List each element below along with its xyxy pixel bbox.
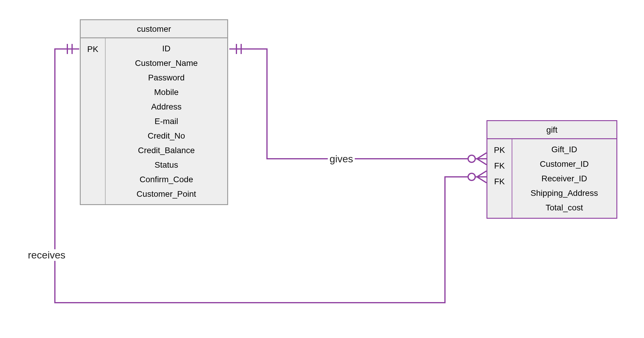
customer-key-4 [84, 76, 101, 82]
gift-attr-receiverid: Receiver_ID [516, 171, 613, 186]
gift-attr-list: Gift_ID Customer_ID Receiver_ID Shipping… [516, 142, 613, 215]
crowfoot-gives-1 [477, 153, 486, 159]
gift-key-1: FK [491, 158, 508, 174]
crowfoot-gives-3 [477, 159, 486, 165]
customer-attr-status: Status [109, 158, 224, 172]
customer-attr-list: ID Customer_Name Password Mobile Address… [109, 41, 224, 201]
customer-key-10 [84, 113, 101, 119]
gift-attr-customerid: Customer_ID [516, 157, 613, 171]
cardinality-zero-circle-gives [468, 155, 475, 162]
customer-attr-creditno: Credit_No [109, 128, 224, 143]
customer-attr-address: Address [109, 99, 224, 114]
relation-gives-path [229, 49, 486, 159]
customer-key-5 [84, 82, 101, 88]
entity-gift-title: gift [487, 121, 617, 139]
crowfoot-receives-1 [477, 171, 486, 177]
relation-label-gives: gives [328, 153, 355, 165]
customer-attr-email: E-mail [109, 114, 224, 128]
customer-attr-password: Password [109, 70, 224, 85]
entity-gift: gift PK FK FK Gift_ID Customer_ID Receiv… [486, 120, 617, 219]
customer-key-6 [84, 88, 101, 94]
customer-key-9 [84, 107, 101, 113]
gift-key-2: FK [491, 174, 508, 189]
gift-attr-totalcost: Total_cost [516, 200, 613, 215]
customer-key-3 [84, 69, 101, 76]
gift-attr-giftid: Gift_ID [516, 142, 613, 157]
customer-key-0: PK [84, 41, 101, 57]
gift-key-3 [491, 189, 508, 196]
customer-attr-customerpoint: Customer_Point [109, 187, 224, 201]
customer-key-2 [84, 63, 101, 69]
crowfoot-receives-3 [477, 177, 486, 183]
gift-key-0: PK [491, 142, 508, 158]
customer-attr-confirmcode: Confirm_Code [109, 172, 224, 187]
gift-key-4 [491, 196, 508, 202]
relation-label-receives: receives [26, 249, 67, 261]
customer-key-1 [84, 57, 101, 63]
gift-attr-shipping: Shipping_Address [516, 186, 613, 200]
customer-attr-mobile: Mobile [109, 85, 224, 99]
cardinality-zero-circle-receives [468, 173, 475, 180]
customer-attr-creditbalance: Credit_Balance [109, 143, 224, 158]
customer-attr-id: ID [109, 41, 224, 56]
customer-key-8 [84, 101, 101, 107]
entity-customer: customer PK [80, 19, 228, 205]
customer-key-7 [84, 94, 101, 101]
entity-customer-title: customer [80, 20, 228, 38]
customer-key-list: PK [84, 41, 101, 119]
gift-key-list: PK FK FK [491, 142, 508, 202]
customer-attr-name: Customer_Name [109, 56, 224, 70]
